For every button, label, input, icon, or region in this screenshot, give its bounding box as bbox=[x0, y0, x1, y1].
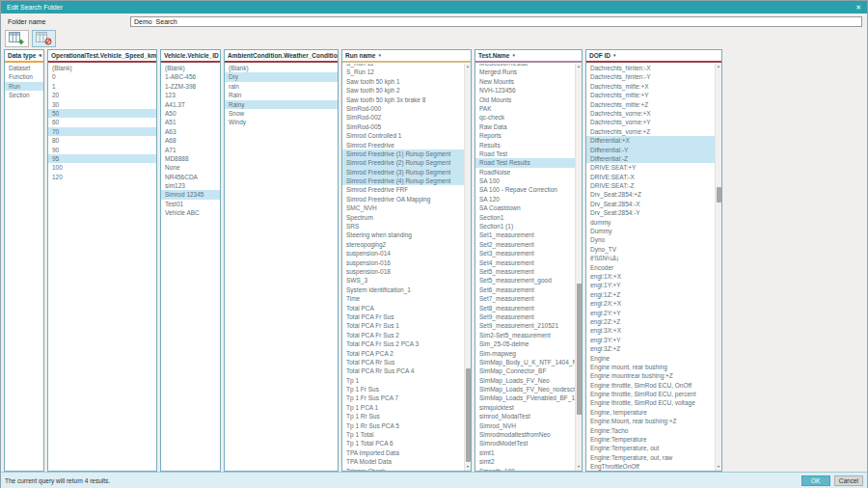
list-item[interactable]: Simrod Freedrive OA Mapping bbox=[342, 195, 464, 203]
filter-dropdown-icon[interactable]: ▼ bbox=[377, 53, 381, 58]
scroll-down-icon[interactable]: ▼ bbox=[716, 464, 721, 471]
list-item[interactable]: Engine throttle, SimRod ECU, percent bbox=[586, 390, 715, 398]
list-item[interactable]: RoadNoise bbox=[475, 168, 575, 176]
column-header-vehicle-speed[interactable]: OperationalTest.Vehicle_Speed_kmh▼ bbox=[48, 50, 156, 61]
list-item[interactable]: sim123 bbox=[161, 181, 220, 190]
list-item[interactable]: Set4_measurement bbox=[475, 258, 575, 267]
list-item[interactable]: SimRod-000 bbox=[342, 104, 464, 113]
vertical-scrollbar[interactable]: ▲▼ bbox=[464, 64, 471, 471]
list-item[interactable]: Set6_measurement bbox=[475, 285, 575, 294]
list-item[interactable]: Tp 1 Total PCA 6 bbox=[342, 439, 464, 447]
list-item[interactable]: Old Mounts bbox=[475, 95, 575, 104]
list-item[interactable]: Tp 1 PCA 1 bbox=[342, 403, 464, 412]
list-item[interactable]: Tp 1 Total bbox=[342, 430, 464, 439]
list-item[interactable]: Set3_measurement bbox=[475, 249, 575, 258]
list-item[interactable]: Differential:-Y bbox=[586, 146, 715, 154]
list-item[interactable]: Time bbox=[342, 294, 464, 303]
list-item[interactable]: engi:1X:+X bbox=[586, 272, 715, 281]
list-item[interactable]: dummy bbox=[586, 218, 715, 227]
list-item[interactable]: MD8888 bbox=[161, 154, 220, 163]
list-item[interactable]: Section bbox=[5, 91, 43, 99]
list-item[interactable]: SA Coastdown bbox=[475, 203, 575, 212]
folder-name-input[interactable] bbox=[130, 16, 862, 27]
add-attribute-column-button[interactable] bbox=[5, 30, 29, 47]
list-item[interactable]: Dachrechts_hinten:-Y bbox=[586, 72, 715, 81]
list-item[interactable]: 90 bbox=[48, 146, 156, 154]
list-item[interactable]: S_Run 12 bbox=[342, 68, 464, 76]
list-item[interactable]: 80 bbox=[48, 136, 156, 145]
vertical-scrollbar[interactable]: ▲▼ bbox=[575, 64, 582, 471]
list-item[interactable]: Engine, temperature bbox=[586, 408, 715, 417]
list-item[interactable]: EngThrottleOnOff bbox=[586, 462, 715, 471]
list-item[interactable]: engi:2Z:+Z bbox=[586, 317, 715, 326]
list-item[interactable]: SA 100 - Repave Correction bbox=[475, 185, 575, 194]
list-item[interactable]: ë'ßßN¼&¡ bbox=[586, 254, 715, 262]
list-item[interactable]: A68 bbox=[161, 136, 220, 145]
list-item[interactable]: Spectrum bbox=[342, 213, 464, 222]
list-item[interactable]: Total PCA Fr Sus 1 bbox=[342, 321, 464, 330]
list-item[interactable]: Road Test Results bbox=[475, 158, 575, 167]
list-item[interactable]: Set5_measurement bbox=[475, 267, 575, 276]
list-item[interactable]: (Blank) bbox=[48, 64, 156, 72]
list-item[interactable]: Engine:Temperature, out, raw bbox=[586, 453, 715, 462]
list-item[interactable]: Simrod Freedrive (4) Runup Segment bbox=[342, 176, 464, 185]
list-item[interactable]: Total PCA PCA 2 bbox=[342, 349, 464, 358]
list-item[interactable]: Saw tooth 50 kph 3x brake 8 bbox=[342, 95, 464, 104]
list-item[interactable]: Section1 bbox=[475, 213, 575, 222]
list-item[interactable]: Dummy bbox=[586, 227, 715, 235]
scroll-down-icon[interactable]: ▼ bbox=[576, 464, 582, 471]
list-item[interactable]: Dyno_TV bbox=[586, 245, 715, 254]
list-item[interactable]: Total PCA Fr Sus bbox=[342, 312, 464, 321]
list-item[interactable]: SimMap_Body_U_K_NTF_1404_Neo bbox=[475, 358, 575, 366]
list-item[interactable]: DRIVE:SEAT:-X bbox=[586, 173, 715, 181]
list-item[interactable]: engi:2Y:+Y bbox=[586, 309, 715, 317]
list-item[interactable]: engi:2X:+X bbox=[586, 299, 715, 308]
list-item[interactable]: Tp 1 Rr Sus PCA 5 bbox=[342, 421, 464, 430]
list-item[interactable]: Differential:+X bbox=[586, 136, 715, 145]
list-item[interactable]: Raw Data bbox=[475, 122, 575, 131]
list-item[interactable]: Merged Runs bbox=[475, 68, 575, 76]
list-item[interactable]: Dachrechts_hinten:-X bbox=[586, 64, 715, 72]
list-item[interactable]: SA 100 bbox=[475, 176, 575, 185]
list-item[interactable]: 50 bbox=[48, 109, 156, 118]
list-item[interactable]: 95 bbox=[48, 154, 156, 163]
list-item[interactable]: simt1 bbox=[475, 448, 575, 457]
list-item[interactable]: SimrodModelTest bbox=[475, 439, 575, 447]
scroll-up-icon[interactable]: ▲ bbox=[716, 64, 721, 70]
list-item[interactable]: SA 120 bbox=[475, 195, 575, 203]
list-item[interactable]: simrod_ModalTest bbox=[475, 412, 575, 420]
scroll-up-icon[interactable]: ▲ bbox=[465, 64, 471, 70]
vertical-scrollbar[interactable]: ▲▼ bbox=[715, 64, 721, 471]
list-item[interactable]: Total PCA bbox=[342, 304, 464, 312]
list-item[interactable]: Simrod Freedrive FRF bbox=[342, 185, 464, 194]
list-item[interactable]: Dachrechts_mitte:+Y bbox=[586, 91, 715, 99]
cancel-button[interactable]: Cancel bbox=[834, 475, 863, 486]
list-item[interactable]: 1-ZZM-398 bbox=[161, 82, 220, 91]
list-item[interactable]: A41.3T bbox=[161, 100, 220, 109]
list-item[interactable]: Saw tooth 50 kph 1 bbox=[342, 77, 464, 86]
list-item[interactable]: Simrod Freedrive (3) Runup Segment bbox=[342, 168, 464, 176]
list-item[interactable]: TPA Imported Data bbox=[342, 448, 464, 457]
column-header-dof-id[interactable]: DOF ID▼ bbox=[586, 50, 721, 61]
list-item[interactable]: Total PCA Fr Sus 2 PCA 3 bbox=[342, 339, 464, 348]
list-item[interactable]: Dyno bbox=[586, 235, 715, 244]
list-item[interactable]: Engine:Mount, rear bushing:+Z bbox=[586, 417, 715, 425]
list-item[interactable]: 0 bbox=[48, 72, 156, 81]
column-header-vehicle-id[interactable]: Vehicle.Vehicle_ID▼ bbox=[161, 50, 220, 61]
list-item[interactable]: 20 bbox=[48, 91, 156, 99]
list-item[interactable]: A63 bbox=[161, 127, 220, 136]
list-item[interactable]: engi:1Z:+Z bbox=[586, 290, 715, 299]
close-icon[interactable]: ✕ bbox=[855, 1, 861, 14]
list-item[interactable]: Simrod 12345 bbox=[161, 190, 220, 199]
list-item[interactable]: Dachrechts_vorne:+Y bbox=[586, 118, 715, 126]
list-item[interactable]: Reports bbox=[475, 131, 575, 140]
titlebar[interactable]: Edit Search Folder ✕ bbox=[1, 1, 867, 14]
list-item[interactable]: New Mounts bbox=[475, 77, 575, 86]
list-item[interactable]: 123 bbox=[161, 91, 220, 99]
list-item[interactable]: A71 bbox=[161, 146, 220, 154]
list-item[interactable]: Dachrechts_mitte:+Z bbox=[586, 100, 715, 109]
list-item[interactable]: Sim2-Set5_measurement bbox=[475, 331, 575, 339]
list-item[interactable]: engi:3X:+X bbox=[586, 326, 715, 335]
list-item[interactable]: Dachrechts_mitte:+X bbox=[586, 82, 715, 91]
list-item[interactable]: Trigger Check bbox=[342, 467, 464, 471]
